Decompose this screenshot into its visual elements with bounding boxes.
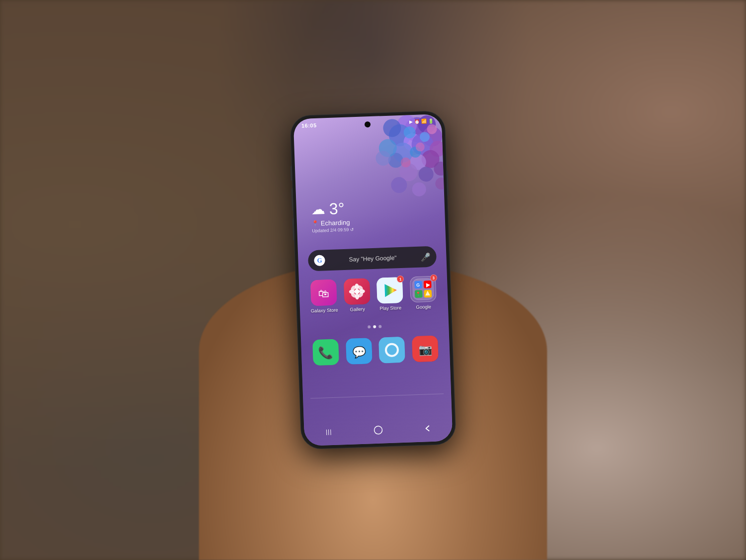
- svg-text:📷: 📷: [418, 343, 433, 357]
- svg-text:G: G: [416, 282, 420, 287]
- dock-phone[interactable]: 📞: [311, 339, 341, 366]
- dock-pay[interactable]: [377, 337, 407, 364]
- google-folder-label: Google: [416, 304, 431, 310]
- recent-apps-button[interactable]: |||: [321, 424, 337, 440]
- gallery-label: Gallery: [350, 306, 365, 312]
- svg-text:💬: 💬: [352, 345, 367, 359]
- mic-icon[interactable]: 🎤: [420, 252, 431, 262]
- volume-up-button: [291, 188, 293, 211]
- wifi-icon: 📶: [421, 119, 427, 124]
- weather-temp-row: ☁ 3°: [311, 199, 354, 219]
- app-gallery[interactable]: Gallery: [342, 278, 372, 312]
- weather-location-row: 📍 Echarding: [312, 218, 354, 227]
- phone-device: 16:05 ▶ ⏰ 📶 🔋 ☁ 3° 📍 Echarding: [290, 111, 456, 449]
- dock-pay-icon-wrap: [378, 337, 405, 364]
- app-grid: 🛍 Galaxy Store: [309, 276, 438, 314]
- recent-apps-icon: |||: [326, 428, 332, 435]
- play-store-badge: 1: [397, 276, 404, 282]
- weather-widget[interactable]: ☁ 3° 📍 Echarding Updated 2/4 09:59 ↺: [311, 199, 354, 233]
- google-search-bar[interactable]: G Say "Hey Google" 🎤: [308, 246, 437, 272]
- status-icons: ▶ ⏰ 📶 🔋: [409, 119, 434, 125]
- page-dot-3[interactable]: [378, 325, 381, 328]
- dock-camera-icon-wrap: 📷: [412, 336, 439, 363]
- svg-text:📍: 📍: [416, 291, 421, 296]
- galaxy-store-icon: 🛍: [310, 280, 337, 306]
- svg-text:🛍: 🛍: [318, 287, 330, 300]
- app-icon-wrap-gallery: [344, 278, 371, 305]
- dock-row: 📞 💬: [311, 335, 440, 366]
- play-store-label: Play Store: [379, 305, 401, 311]
- alarm-icon: ⏰: [414, 119, 420, 124]
- dock-messages-icon: 💬: [346, 338, 373, 365]
- home-button[interactable]: [371, 422, 386, 438]
- weather-location-name: Echarding: [321, 219, 350, 227]
- dock-camera[interactable]: 📷: [410, 335, 440, 362]
- app-play-store[interactable]: 1 Play Store: [375, 277, 405, 311]
- weather-pin-icon: 📍: [312, 220, 319, 227]
- svg-point-59: [374, 426, 382, 435]
- app-icon-wrap-google: G 📍 3: [410, 276, 437, 303]
- battery-icon: 🔋: [428, 119, 434, 124]
- google-folder-badge: 3: [430, 275, 437, 281]
- phone-screen: 16:05 ▶ ⏰ 📶 🔋 ☁ 3° 📍 Echarding: [293, 114, 453, 446]
- google-g-logo: G: [314, 255, 325, 266]
- dock-phone-icon: 📞: [312, 339, 339, 366]
- weather-temperature: 3°: [329, 199, 345, 218]
- dock-camera-icon: 📷: [412, 336, 439, 363]
- status-time: 16:05: [301, 122, 317, 129]
- back-button[interactable]: [420, 421, 435, 436]
- dock-phone-icon-wrap: 📞: [312, 339, 339, 366]
- app-google-folder[interactable]: G 📍 3: [408, 276, 438, 310]
- app-icon-wrap-play-store: 1: [376, 277, 403, 304]
- volume-down-button: [292, 218, 295, 240]
- media-icon: ▶: [409, 119, 413, 124]
- bixby-button: [290, 166, 292, 181]
- galaxy-store-label: Galaxy Store: [311, 307, 338, 313]
- search-placeholder: Say "Hey Google": [329, 254, 416, 264]
- app-icon-wrap-galaxy-store: 🛍: [310, 280, 337, 306]
- page-dot-2[interactable]: [373, 325, 376, 328]
- svg-text:📞: 📞: [318, 345, 334, 360]
- phone-wrapper: 16:05 ▶ ⏰ 📶 🔋 ☁ 3° 📍 Echarding: [290, 111, 456, 449]
- weather-cloud-icon: ☁: [311, 201, 325, 218]
- dock-pay-icon: [378, 337, 405, 364]
- page-dot-1[interactable]: [368, 325, 371, 328]
- app-galaxy-store[interactable]: 🛍 Galaxy Store: [309, 279, 339, 313]
- dock-messages[interactable]: 💬: [344, 338, 374, 365]
- gallery-icon: [344, 278, 371, 305]
- dock-messages-icon-wrap: 💬: [346, 338, 373, 365]
